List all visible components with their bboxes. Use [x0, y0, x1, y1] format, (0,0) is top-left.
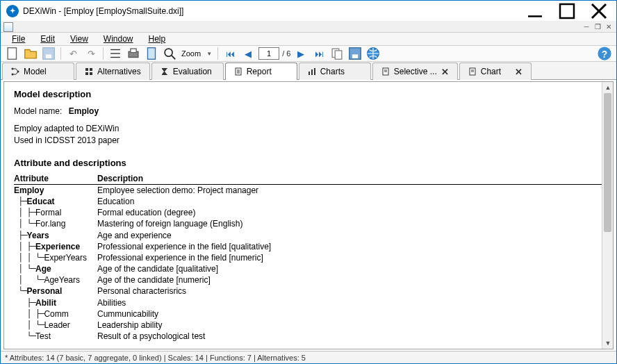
- attribute-cell: │ │ └─ExperYears: [14, 252, 97, 263]
- menu-edit[interactable]: Edit: [33, 33, 62, 45]
- last-page-button[interactable]: ⏭: [311, 46, 327, 61]
- attribute-name: For.lang: [35, 218, 65, 229]
- tab-model[interactable]: Model: [2, 63, 74, 80]
- close-button[interactable]: [583, 1, 615, 22]
- tab-label: Report: [247, 67, 272, 76]
- description-cell: Age of the candidate [numeric]: [97, 274, 603, 286]
- attribute-name: Comm: [44, 308, 68, 320]
- model-description-line: Used in ICDSST 2013 paper: [14, 135, 603, 147]
- attribute-name: Abilit: [35, 297, 56, 308]
- tree-line: ├─: [14, 297, 35, 308]
- titlebar: ✦ DEXiWin - [Employ [EmploySmallSuite.dx…: [1, 1, 616, 22]
- tab-label: Charts: [320, 67, 345, 76]
- zoom-dropdown-icon[interactable]: ▼: [205, 46, 213, 61]
- print-button[interactable]: [126, 46, 141, 61]
- attribute-cell: │ └─Leader: [14, 320, 97, 331]
- description-cell: Leadership ability: [97, 320, 603, 331]
- svg-rect-16: [336, 51, 343, 59]
- attribute-cell: │ ├─Formal: [14, 207, 97, 218]
- mdi-restore-button[interactable]: ❐: [593, 22, 602, 32]
- svg-rect-12: [148, 48, 156, 60]
- attribute-name: Educat: [27, 196, 55, 207]
- list-button[interactable]: [108, 46, 123, 61]
- page-total-label: / 6: [282, 49, 290, 58]
- tab-label: Model: [24, 67, 47, 76]
- copy-button[interactable]: [329, 46, 345, 61]
- prev-page-button[interactable]: ◀: [240, 46, 256, 61]
- scroll-down-icon[interactable]: ▼: [602, 338, 614, 349]
- attribute-cell: │ └─For.lang: [14, 218, 97, 229]
- tab-evaluation[interactable]: Evaluation: [151, 63, 224, 80]
- svg-rect-34: [311, 69, 313, 75]
- tab-selective[interactable]: Selective ... ✕: [372, 63, 458, 80]
- help-button[interactable]: ?: [597, 46, 612, 61]
- tab-label: Alternatives: [97, 67, 141, 76]
- tree-line: │ │ └─: [14, 252, 44, 263]
- table-row: │ │ └─ExperYearsProfessional experience …: [14, 252, 603, 263]
- attribute-cell: Employ: [14, 185, 97, 196]
- mdi-close-button[interactable]: ✕: [604, 22, 614, 32]
- tab-label: Evaluation: [173, 67, 212, 76]
- description-cell: Cummunicability: [97, 308, 603, 320]
- page-number-input[interactable]: 1: [258, 47, 279, 60]
- tree-line: │ └─: [14, 320, 44, 331]
- vertical-scrollbar[interactable]: ▲ ▼: [602, 82, 613, 349]
- description-cell: Professional experience in the field [nu…: [97, 252, 603, 263]
- undo-button[interactable]: ↶: [65, 46, 81, 61]
- save-report-button[interactable]: [347, 46, 363, 61]
- tree-line: │ ├─: [14, 308, 44, 320]
- web-button[interactable]: [365, 46, 381, 61]
- save-button[interactable]: [41, 46, 56, 61]
- mdi-bar: ─ ❐ ✕: [1, 22, 616, 33]
- redo-button[interactable]: ↷: [83, 46, 99, 61]
- tab-close-button[interactable]: ✕: [515, 67, 523, 77]
- attribute-name: Personal: [27, 286, 63, 297]
- app-logo-icon: ✦: [6, 5, 19, 17]
- minimize-button[interactable]: [519, 1, 551, 22]
- attribute-cell: ├─Years: [14, 230, 97, 241]
- zoom-button[interactable]: [162, 46, 177, 61]
- tree-line: ├─: [14, 196, 27, 207]
- attribute-name: Employ: [14, 185, 44, 196]
- table-row: ├─AbilitAbilities: [14, 297, 603, 308]
- attribute-cell: │ └─AgeYears: [14, 274, 97, 286]
- next-page-button[interactable]: ▶: [293, 46, 308, 61]
- description-cell: Professional experience in the field [qu…: [97, 241, 603, 252]
- svg-point-13: [165, 49, 172, 56]
- menu-help[interactable]: Help: [142, 33, 173, 45]
- document-icon: [3, 22, 13, 32]
- toolbar: ↶ ↷ Zoom ▼ ⏮ ◀ 1 / 6 ▶ ⏭: [1, 46, 616, 62]
- svg-rect-33: [308, 72, 310, 75]
- new-button[interactable]: [5, 46, 20, 61]
- first-page-button[interactable]: ⏮: [222, 46, 238, 61]
- table-row: │ └─For.langMastering of foreign languag…: [14, 218, 603, 229]
- tab-charts[interactable]: Charts: [299, 63, 371, 80]
- maximize-button[interactable]: [551, 1, 583, 22]
- document-icon: [468, 67, 477, 76]
- tab-chart[interactable]: Chart ✕: [459, 63, 532, 80]
- attribute-cell: │ └─Age: [14, 263, 97, 274]
- svg-rect-26: [90, 68, 92, 71]
- section-title: Attribute and descriptions: [14, 158, 603, 168]
- menubar: File Edit View Window Help: [1, 33, 616, 46]
- menu-window[interactable]: Window: [97, 33, 140, 45]
- table-row: │ └─LeaderLeadership ability: [14, 320, 603, 331]
- open-button[interactable]: [23, 46, 38, 61]
- scrollbar-thumb[interactable]: [604, 93, 611, 232]
- description-cell: Mastering of foreign language (English): [97, 218, 603, 229]
- table-row: └─PersonalPersonal characterisrics: [14, 286, 603, 297]
- tab-report[interactable]: Report: [225, 63, 297, 80]
- menu-file[interactable]: File: [5, 33, 32, 45]
- scroll-up-icon[interactable]: ▲: [602, 82, 614, 93]
- mdi-minimize-button[interactable]: ─: [582, 22, 591, 32]
- tab-alternatives[interactable]: Alternatives: [76, 63, 150, 80]
- tab-close-button[interactable]: ✕: [441, 67, 449, 77]
- description-cell: Employee selection demo: Project manager: [97, 185, 603, 196]
- page-view-button[interactable]: [144, 46, 159, 61]
- description-cell: Personal characterisrics: [97, 286, 603, 297]
- menu-view[interactable]: View: [63, 33, 95, 45]
- tree-line: ├─: [14, 230, 27, 241]
- attribute-name: Age: [35, 263, 51, 274]
- column-header-description: Description: [97, 174, 143, 183]
- table-row: EmployEmployee selection demo: Project m…: [14, 185, 603, 196]
